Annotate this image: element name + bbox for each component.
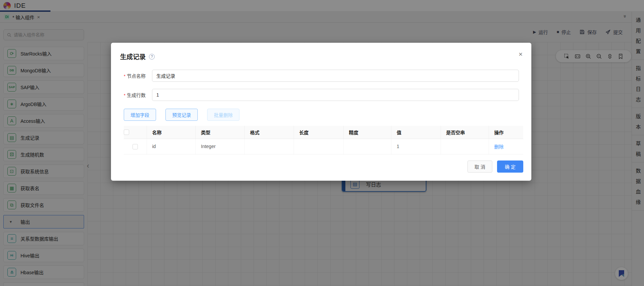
node-name-input[interactable]: [152, 70, 519, 82]
dialog-title: 生成记录: [120, 52, 146, 61]
table-cell: id: [147, 139, 195, 154]
table-cell: [244, 139, 294, 154]
table-header-row: 名称类型格式长度精度值是否空串操作: [124, 126, 523, 139]
row-count-label: *生成行数: [124, 92, 152, 98]
column-header: 操作: [489, 126, 523, 139]
column-header: 精度: [343, 126, 391, 139]
column-header: 格式: [244, 126, 294, 139]
node-name-field-row: *节点名称: [124, 70, 519, 82]
column-header: 类型: [195, 126, 244, 139]
row-checkbox[interactable]: [132, 144, 138, 149]
field-actions: 增加字段 预览记录 批量删除: [124, 109, 531, 121]
select-all-header: [124, 126, 147, 139]
add-field-button[interactable]: 增加字段: [124, 109, 156, 121]
app-window: IDE DI * 输入组件 × » ▶ 运行 ■ 停止 保存 提交: [0, 0, 644, 286]
required-asterisk: *: [124, 74, 125, 79]
table-cell: [441, 139, 489, 154]
column-header: 名称: [147, 126, 195, 139]
table-cell: Integer: [195, 139, 244, 154]
generate-records-dialog: 生成记录 ? × *节点名称 *生成行数 增加字段 预览记录 批量删除: [111, 43, 531, 181]
table-cell: [294, 139, 343, 154]
dialog-header: 生成记录 ?: [111, 43, 531, 61]
help-icon[interactable]: ?: [149, 54, 155, 60]
batch-delete-button: 批量删除: [207, 109, 239, 121]
fields-table: 名称类型格式长度精度值是否空串操作 idInteger1删除: [124, 126, 523, 154]
select-all-checkbox[interactable]: [124, 130, 129, 135]
node-name-label: *节点名称: [124, 72, 152, 79]
row-count-input[interactable]: [152, 89, 519, 101]
delete-row-link[interactable]: 删除: [494, 144, 504, 149]
cancel-button[interactable]: 取 消: [467, 160, 492, 173]
preview-records-button[interactable]: 预览记录: [165, 109, 198, 121]
column-header: 值: [391, 126, 441, 139]
table-cell: [343, 139, 391, 154]
column-header: 长度: [294, 126, 343, 139]
ok-button[interactable]: 确 定: [497, 160, 523, 173]
close-icon[interactable]: ×: [519, 51, 523, 58]
column-header: 是否空串: [441, 126, 489, 139]
required-asterisk: *: [124, 93, 125, 98]
table-row: idInteger1删除: [124, 139, 523, 154]
table-cell: 1: [391, 139, 441, 154]
row-count-field-row: *生成行数: [124, 89, 519, 101]
table-body: idInteger1删除: [124, 139, 523, 154]
dialog-footer: 取 消 确 定: [111, 160, 523, 173]
